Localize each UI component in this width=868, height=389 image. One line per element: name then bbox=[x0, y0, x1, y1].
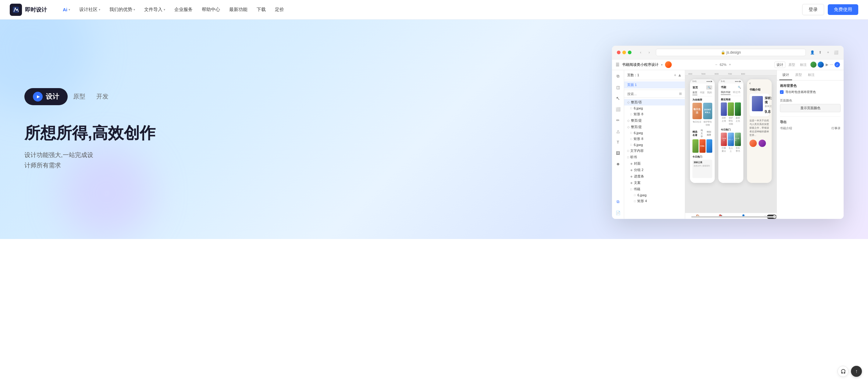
layer-item-1[interactable]: □ 6.jpeg bbox=[624, 106, 685, 111]
logo-link[interactable]: 即时设计 bbox=[10, 4, 47, 16]
right-tab-mark[interactable]: 标注 bbox=[805, 70, 818, 80]
back-button[interactable]: ‹ bbox=[638, 50, 644, 56]
traffic-light-yellow[interactable] bbox=[622, 51, 626, 54]
toggle-pages-btn[interactable]: ▲ bbox=[678, 72, 682, 78]
layer-item-12[interactable]: ◈ 进度条 bbox=[624, 173, 685, 180]
layer-item-9[interactable]: □ 听书 bbox=[624, 154, 685, 160]
phone-header-2: 书架 🔍 bbox=[721, 85, 741, 89]
layer-item-15[interactable]: □ 6.jpeg bbox=[624, 192, 685, 198]
tab-design[interactable]: 设计 bbox=[774, 62, 785, 68]
present-icon[interactable]: ▶ bbox=[826, 62, 828, 67]
sidebar-cursor-icon[interactable]: ↖ bbox=[614, 94, 622, 102]
search-icon-2[interactable]: 🔍 bbox=[738, 86, 741, 89]
user-icon[interactable]: 👤 bbox=[809, 50, 815, 55]
nav-item-features[interactable]: 最新功能 bbox=[225, 5, 251, 14]
layer-item-13[interactable]: ◈ 文案 bbox=[624, 180, 685, 186]
sidebar-assets-icon[interactable]: ◫ bbox=[614, 84, 622, 91]
layer-item-2[interactable]: □ 矩形 8 bbox=[624, 111, 685, 117]
layer-item-4[interactable]: ◇ 整页/是 bbox=[624, 124, 685, 130]
sidebar-frame-icon[interactable]: ⬜ bbox=[614, 106, 622, 113]
recent-grid: 深析之境 保护野生动物 森林之光 bbox=[721, 102, 741, 126]
layer-item-7[interactable]: □ 6.jpeg bbox=[624, 142, 685, 148]
layer-item-3[interactable]: ◇ 整页/是 bbox=[624, 117, 685, 124]
sidebar-component-icon[interactable]: ❖ bbox=[614, 160, 622, 168]
sidebar-layers-icon[interactable]: ⧉ bbox=[614, 72, 622, 80]
layer-item-16[interactable]: □ 矩形 4 bbox=[624, 198, 685, 204]
sidebar-triangle-icon[interactable]: △ bbox=[614, 127, 622, 135]
done-icon[interactable]: ✓ bbox=[835, 62, 840, 67]
tab-design[interactable]: ▶ 设计 bbox=[24, 88, 68, 105]
sidebar-pages-icon[interactable]: 📄 bbox=[614, 209, 622, 216]
nav-item-help[interactable]: 帮助中心 bbox=[198, 5, 224, 14]
app-toolbar-right: 设计 原型 标注 ▶ ⋯ ✓ bbox=[774, 62, 840, 68]
nav-item-download[interactable]: 下载 bbox=[253, 5, 270, 14]
nav-item-ai[interactable]: Ai ▾ bbox=[59, 5, 74, 14]
right-tab-design[interactable]: 设计 bbox=[779, 70, 792, 80]
collab-avatars bbox=[810, 62, 824, 68]
layer-diamond-icon: ◇ bbox=[627, 119, 630, 122]
layer-item-10[interactable]: ◈ 封面 bbox=[624, 160, 685, 167]
layer-item-11[interactable]: ◈ 分组 2 bbox=[624, 167, 685, 173]
phone-statusbar-2: 9:41 ●●● ▶ bbox=[718, 79, 743, 84]
tab-my-shelf[interactable]: 我的书架 bbox=[721, 91, 731, 95]
free-use-button[interactable]: 免费使用 bbox=[828, 4, 858, 15]
nav-item-advantages[interactable]: 我们的优势 ▾ bbox=[106, 5, 139, 14]
hero-tabs: ▶ 设计 原型 开发 bbox=[24, 88, 171, 105]
chevron-down-icon: ▾ bbox=[133, 8, 135, 11]
tab-prototype[interactable]: 原型 bbox=[786, 62, 797, 68]
sidebar-text-icon[interactable]: T bbox=[614, 139, 622, 146]
maximize-icon[interactable]: ⬜ bbox=[833, 50, 839, 55]
browser-url-bar[interactable]: 🔒 js.design bbox=[656, 49, 806, 56]
login-button[interactable]: 登录 bbox=[802, 4, 824, 15]
nav-item-import[interactable]: 文件导入 ▾ bbox=[141, 5, 169, 14]
traffic-light-red[interactable] bbox=[617, 51, 621, 54]
tab-prototype-label: 原型 bbox=[73, 93, 85, 100]
layers-search-input[interactable] bbox=[627, 92, 677, 96]
hamburger-icon[interactable]: ☰ bbox=[616, 62, 620, 67]
back-arrow[interactable]: ‹ bbox=[749, 81, 751, 85]
nav-item-enterprise[interactable]: 企业服务 bbox=[171, 5, 196, 14]
share-icon[interactable]: ⬆ bbox=[817, 50, 823, 55]
tab-home[interactable]: 首页 bbox=[692, 91, 697, 95]
traffic-light-green[interactable] bbox=[628, 51, 631, 54]
include-bg-checkbox[interactable]: ✓ bbox=[780, 90, 783, 94]
phone-tabs-1: 首页 书架 我的 bbox=[692, 91, 712, 96]
app-toolbar-left: ☰ 书籍阅读类小程序设计 ▾ bbox=[616, 61, 672, 68]
layer-checkbox: □ bbox=[630, 131, 632, 134]
layer-name: 书籍 bbox=[633, 187, 640, 191]
right-panel-tabs: 设计 原型 标注 bbox=[777, 70, 844, 81]
tab-dev[interactable]: 开发 bbox=[91, 89, 114, 104]
canvas-scrollbar[interactable] bbox=[691, 216, 777, 218]
layer-item-6[interactable]: □ 矩形 8 bbox=[624, 136, 685, 142]
plus-icon[interactable]: + bbox=[825, 50, 831, 55]
tab-prototype[interactable]: 原型 bbox=[68, 89, 91, 104]
nav-item-community[interactable]: 设计社区 ▾ bbox=[75, 5, 104, 14]
add-page-btn[interactable]: + bbox=[674, 72, 676, 78]
layer-item-0[interactable]: ◇ 整页/否 bbox=[624, 99, 685, 106]
more-icon[interactable]: ⋯ bbox=[830, 62, 833, 67]
layer-name: 6.jpeg bbox=[637, 193, 646, 197]
page-item-1[interactable]: 页面 1 bbox=[624, 81, 685, 88]
search-btn-1[interactable]: 🔍 bbox=[706, 85, 712, 90]
zoom-in-icon[interactable]: + bbox=[729, 62, 731, 67]
sidebar-pen-icon[interactable]: ✏ bbox=[614, 116, 622, 124]
layer-item-14[interactable]: □ 书籍 bbox=[624, 186, 685, 192]
forward-button[interactable]: › bbox=[646, 50, 652, 56]
nav-item-pricing[interactable]: 定价 bbox=[271, 5, 288, 14]
layer-item-8[interactable]: □ 文字内容 bbox=[624, 148, 685, 154]
tab-mark[interactable]: 标注 bbox=[798, 62, 809, 68]
zoom-level[interactable]: 62% bbox=[720, 63, 726, 66]
layer-item-5[interactable]: □ 6.jpeg bbox=[624, 130, 685, 136]
canvas-area[interactable]: 400 500 600 700 800 9 bbox=[685, 70, 777, 219]
show-page-color-btn[interactable]: 显示页面颜色 bbox=[780, 104, 841, 112]
tab-bookshelf[interactable]: 书架 bbox=[700, 91, 705, 95]
right-tab-prototype[interactable]: 原型 bbox=[792, 70, 805, 80]
sidebar-image-icon[interactable]: 🖼 bbox=[614, 149, 622, 157]
tab-heard[interactable]: 听过书 bbox=[733, 91, 740, 95]
hero-subtitle-line1: 设计功能强大,一站完成设 bbox=[24, 151, 93, 158]
sidebar-layers-bottom-icon[interactable]: ⧉ bbox=[614, 198, 622, 206]
zoom-out-icon[interactable]: − bbox=[715, 62, 717, 67]
tab-mine[interactable]: 我的 bbox=[707, 91, 712, 95]
nav-pricing-label: 定价 bbox=[275, 7, 284, 12]
phone-home: 9:41 ●●● ▶ 首页 🔍 bbox=[690, 79, 715, 183]
